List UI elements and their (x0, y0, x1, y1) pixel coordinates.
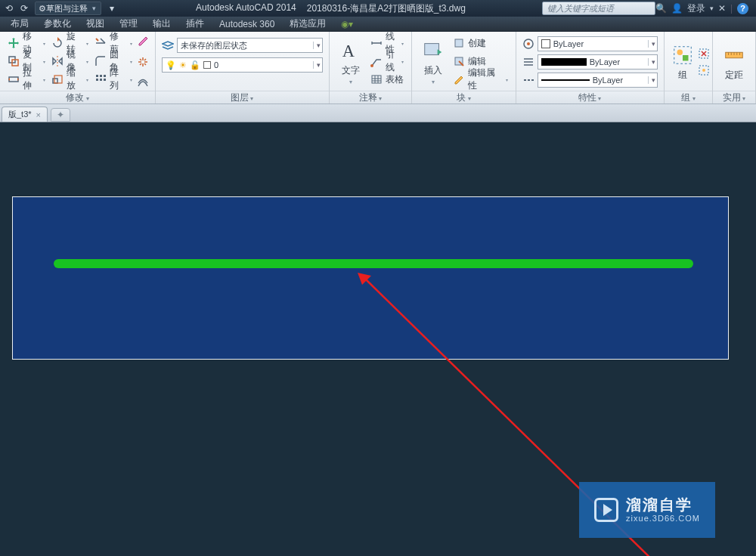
current-layer-combo[interactable]: 💡 ☀ 🔓 0 (162, 57, 323, 73)
close-icon[interactable]: × (36, 110, 41, 119)
block-create-button[interactable]: 创建 (451, 35, 509, 51)
ungroup-icon[interactable] (698, 48, 710, 60)
group-icon (671, 43, 695, 67)
svg-rect-15 (455, 39, 463, 47)
svg-rect-2 (9, 77, 18, 82)
create-block-icon (453, 37, 465, 49)
dimension-icon (370, 37, 383, 49)
measure-icon (722, 43, 746, 67)
group-button[interactable]: 组 (671, 43, 695, 82)
leader-icon (370, 55, 383, 67)
color-combo[interactable]: ByLayer (538, 36, 658, 51)
panel-layer-title[interactable]: 图层 (156, 91, 329, 103)
panel-layer: 未保存的图层状态 💡 ☀ 🔓 0 图层 (156, 32, 330, 103)
svg-rect-21 (683, 55, 689, 61)
group-edit-icon[interactable] (698, 64, 710, 76)
selection-rectangle (12, 196, 729, 360)
file-title: 20180316-海昌星A2打图晒图版_t3.dwg (307, 2, 466, 15)
scale-button[interactable]: 缩放 (50, 71, 91, 88)
workspace-selector[interactable]: ⚙ 草图与注释 (35, 2, 101, 15)
menu-layout[interactable]: 布局 (3, 17, 36, 30)
document-tab-strip: 版_t3* × ✦ (0, 104, 756, 122)
menu-output[interactable]: 输出 (145, 17, 178, 30)
drawing-canvas[interactable]: 溜溜自学 zixue.3D66.COM (0, 122, 756, 556)
svg-text:A: A (342, 42, 355, 60)
svg-rect-9 (100, 79, 102, 81)
document-tab[interactable]: 版_t3* × (2, 107, 48, 122)
array-button[interactable]: 阵列 (93, 71, 134, 88)
table-button[interactable]: 表格 (369, 71, 406, 88)
insert-button[interactable]: 插入 ▾ (418, 35, 448, 89)
linetype-preview (541, 79, 590, 81)
explode-icon[interactable] (137, 56, 149, 68)
login-label[interactable]: 登录 (687, 2, 705, 15)
match-properties-icon[interactable] (522, 38, 534, 50)
rotate-icon (51, 37, 64, 49)
nav-prev-icon[interactable]: ⟲ (2, 2, 17, 15)
panel-utility-title[interactable]: 实用 (713, 91, 755, 103)
svg-rect-3 (53, 79, 57, 83)
menu-end-marker-icon[interactable]: ◉▾ (333, 19, 361, 29)
nav-next-icon[interactable]: ⟳ (17, 2, 32, 15)
leader-button[interactable]: 引线 (369, 53, 406, 70)
svg-rect-6 (100, 75, 102, 77)
panel-properties: ByLayer ByLayer ByLayer 特性 (516, 32, 665, 103)
help-icon[interactable]: ? (737, 3, 748, 14)
erase-icon[interactable] (137, 35, 149, 47)
lineweight-preview (541, 58, 587, 66)
measure-button[interactable]: 定距 (719, 35, 749, 89)
menu-parametric[interactable]: 参数化 (36, 17, 79, 30)
title-bar: ⟲ ⟳ ⚙ 草图与注释 ▾ Autodesk AutoCAD 2014 2018… (0, 0, 756, 17)
color-swatch (541, 39, 550, 48)
panel-modify-title[interactable]: 修改 (0, 91, 155, 103)
svg-point-24 (702, 69, 705, 72)
svg-rect-14 (425, 44, 439, 55)
block-attedit-button[interactable]: 编辑属性 (451, 71, 509, 88)
app-title: Autodesk AutoCAD 2014 (196, 2, 296, 15)
edit-attr-icon (453, 73, 465, 85)
panel-block: 插入 ▾ 创建 编辑 编辑属性 块 (412, 32, 516, 103)
panel-group-title[interactable]: 组 (665, 91, 712, 103)
search-icon[interactable]: 🔍 (655, 3, 667, 14)
help-search-input[interactable]: 键入关键字或短语 (542, 2, 655, 15)
menu-autodesk360[interactable]: Autodesk 360 (212, 19, 282, 29)
lock-icon: 🔓 (190, 60, 200, 70)
linetype-combo[interactable]: ByLayer (538, 73, 658, 88)
login-icon: 👤 (671, 3, 683, 14)
menu-manage[interactable]: 管理 (112, 17, 145, 30)
lineweight-icon[interactable] (522, 56, 534, 68)
lineweight-combo[interactable]: ByLayer (538, 54, 658, 70)
move-icon (8, 37, 20, 49)
svg-point-20 (677, 49, 683, 55)
offset-icon[interactable] (137, 77, 149, 89)
ribbon: 移动 复制 拉伸 旋转 镜像 (0, 32, 756, 104)
panel-properties-title[interactable]: 特性 (516, 91, 664, 103)
menu-express[interactable]: 精选应用 (282, 17, 333, 30)
exchange-apps-icon[interactable]: ✕ (718, 3, 726, 14)
drawn-line-object[interactable] (54, 259, 693, 268)
svg-rect-5 (96, 75, 98, 77)
layer-state-combo[interactable]: 未保存的图层状态 (177, 38, 323, 53)
panel-utility: 定距 实用 (713, 32, 756, 103)
menu-view[interactable]: 视图 (79, 17, 112, 30)
svg-point-12 (370, 64, 373, 67)
menu-addins[interactable]: 插件 (178, 17, 212, 30)
layer-color-swatch (203, 61, 211, 69)
svg-point-18 (527, 42, 530, 45)
panel-annotate-title[interactable]: 注释 (330, 91, 412, 103)
new-tab-button[interactable]: ✦ (51, 108, 70, 122)
stretch-button[interactable]: 拉伸 (6, 71, 47, 88)
copy-icon (8, 55, 20, 67)
text-button[interactable]: A 文字 ▾ (336, 35, 366, 89)
qat-dropdown-icon[interactable]: ▾ (104, 2, 119, 15)
edit-block-icon (453, 55, 465, 67)
svg-rect-10 (104, 79, 106, 81)
layer-properties-icon[interactable] (162, 39, 174, 51)
panel-block-title[interactable]: 块 (412, 91, 515, 103)
document-tab-label: 版_t3* (8, 109, 32, 120)
workspace-label-text: 草图与注释 (46, 3, 88, 14)
fillet-icon (94, 55, 107, 67)
scale-icon (51, 73, 64, 85)
linetype-icon[interactable] (522, 74, 534, 86)
svg-rect-13 (372, 76, 381, 83)
